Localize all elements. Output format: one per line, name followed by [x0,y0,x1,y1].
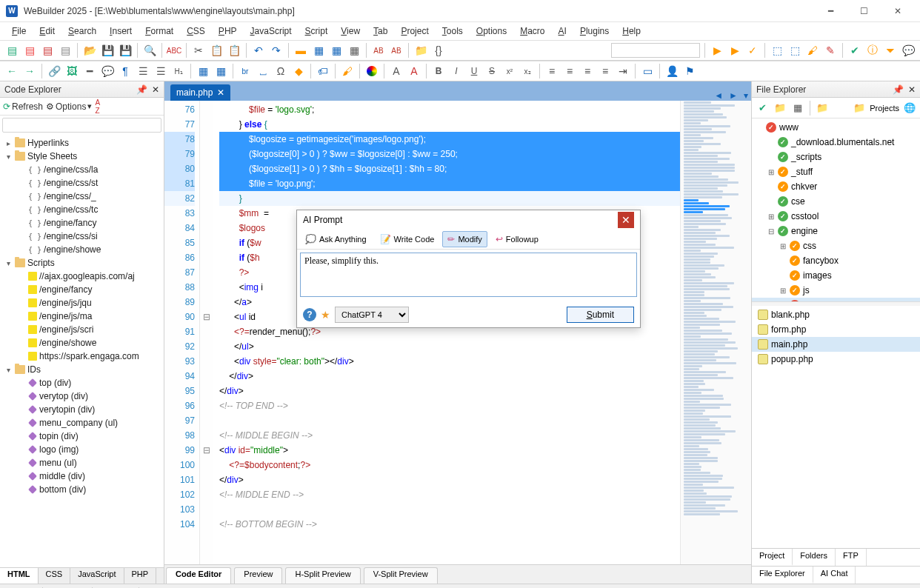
t7-icon[interactable]: ✓ [745,43,760,58]
rtab-explorer[interactable]: File Explorer [752,567,813,584]
menu-plugins[interactable]: Plugins [574,24,615,38]
hr-icon[interactable]: ━ [82,64,97,78]
tool4-icon[interactable]: AB [371,43,386,58]
img-icon[interactable]: 🖼 [64,64,79,78]
options-button[interactable]: ⚙ Options ▾ [46,101,92,112]
fontcolor-icon[interactable]: A [407,64,421,78]
file-tree-node[interactable]: ✓_download.blumentals.net [752,135,920,150]
btab-hsplit[interactable]: H-Split Preview [285,567,360,584]
brush2-icon[interactable]: 🖌 [340,64,355,78]
rtab-aichat[interactable]: AI Chat [813,567,856,584]
cut-icon[interactable]: ✂ [191,43,206,58]
undo-icon[interactable]: ↶ [251,43,266,58]
tree-node[interactable]: menu_company (ul) [0,416,164,430]
brush-icon[interactable]: 🖌 [805,43,820,58]
tree-node[interactable]: { }/engine/css/tc [0,203,164,216]
ai-mode-followup[interactable]: ↩ Followup [490,231,544,247]
file-tree-node[interactable]: ✓cse [752,194,920,209]
tree-node[interactable]: top (div) [0,376,164,390]
info-icon[interactable]: ⓘ [865,43,880,58]
list2-icon[interactable]: ☰ [153,64,168,78]
h1-icon[interactable]: H₁ [171,64,186,78]
tool5-icon[interactable]: AB [389,43,404,58]
menu-tools[interactable]: Tools [436,24,469,38]
tool3-icon[interactable]: ▦ [347,43,361,58]
t8-icon[interactable]: ⬚ [770,43,784,58]
tree-node[interactable]: ▾IDs [0,363,164,376]
menu-macro[interactable]: Macro [514,24,550,38]
tree-node[interactable]: { }/engine/css/si [0,230,164,243]
align-j-icon[interactable]: ≡ [598,64,613,78]
tree-node[interactable]: /engine/fancy [0,283,164,296]
menu-tab[interactable]: Tab [367,24,393,38]
refresh-button[interactable]: ⟳ Refresh [3,101,43,112]
file2-icon[interactable]: ▤ [40,43,55,58]
file-tree-node[interactable]: ✓_scripts [752,150,920,164]
star-icon[interactable]: ★ [321,309,330,321]
menu-search[interactable]: Search [62,24,102,38]
tool1-icon[interactable]: ▦ [311,43,326,58]
tree-node[interactable]: middle (div) [0,470,164,483]
copy-icon[interactable]: 📋 [209,43,224,58]
omega-icon[interactable]: Ω [273,64,288,78]
file-item[interactable]: main.php [752,337,920,352]
tab-prev-icon[interactable]: ◄ [714,90,723,101]
ai-model-select[interactable]: ChatGPT 4 [335,307,409,323]
ai-mode-ask-anything[interactable]: 💭 Ask Anything [300,231,372,247]
fwd-icon[interactable]: → [22,64,37,78]
run-icon[interactable]: ▶ [710,43,724,58]
flag-icon[interactable]: ⚑ [682,64,697,78]
tab-close-icon[interactable]: ✕ [217,87,224,98]
file-icon[interactable]: ▤ [22,43,37,58]
align-l-icon[interactable]: ≡ [544,64,559,78]
langtab-css[interactable]: CSS [39,568,71,584]
save-icon[interactable]: 💾 [100,43,115,58]
sup-icon[interactable]: x² [502,64,517,78]
btab-vsplit[interactable]: V-Split Preview [364,567,438,584]
file-item[interactable]: popup.php [752,352,920,367]
ai-submit-button[interactable]: Submit [567,307,634,323]
back-icon[interactable]: ← [4,64,19,78]
langtab-php[interactable]: PHP [124,568,157,584]
minimap[interactable] [680,101,751,564]
strike-icon[interactable]: S [484,64,499,78]
new-icon[interactable]: ▤ [4,43,19,58]
tree-node[interactable]: { }/engine/css/st [0,176,164,190]
rtab-folders[interactable]: Folders [793,549,836,566]
sort-button[interactable]: AZ [95,98,100,115]
tree-node[interactable]: /engine/showe [0,336,164,350]
menu-edit[interactable]: Edit [33,24,61,38]
langtab-js[interactable]: JavaScript [70,568,124,584]
tree-node[interactable]: /engine/js/scri [0,323,164,336]
filter-icon[interactable]: ⏷ [883,43,898,58]
diamond-icon[interactable]: ◆ [291,64,306,78]
sub-icon[interactable]: x₂ [520,64,535,78]
rt4-icon[interactable]: 📁 [815,101,830,116]
menu-format[interactable]: Format [139,24,179,38]
menu-options[interactable]: Options [470,24,513,38]
braces-icon[interactable]: {} [431,43,446,58]
check-icon[interactable]: ✔ [847,43,862,58]
tree-node[interactable]: { }/engine/css/la [0,163,164,176]
toolbar-search[interactable] [611,43,700,58]
help-icon[interactable]: ? [303,308,316,321]
tree-node[interactable]: ▾Scripts [0,256,164,270]
menu-ai[interactable]: AI [553,24,573,38]
code-editor[interactable]: 7677787980818283848586878889909192939495… [164,101,751,564]
font-icon[interactable]: A [389,64,404,78]
menu-view[interactable]: View [335,24,366,38]
br-icon[interactable]: br [238,64,253,78]
saveall-icon[interactable]: 💾 [118,43,133,58]
menu-script[interactable]: Script [299,24,334,38]
indent-icon[interactable]: ⇥ [616,64,630,78]
tree-node[interactable]: { }/engine/showe [0,243,164,256]
nbsp-icon[interactable]: ⎵ [256,64,270,78]
circle-icon[interactable] [364,64,379,78]
menu-file[interactable]: File [6,24,32,38]
minimize-button[interactable]: ━ [814,0,847,22]
menu-php[interactable]: PHP [213,24,243,38]
edit-icon[interactable]: ✎ [823,43,838,58]
tree-node[interactable]: bottom (div) [0,483,164,496]
rt2-icon[interactable]: 📁 [773,101,787,116]
form-icon[interactable]: ▦ [213,64,228,78]
